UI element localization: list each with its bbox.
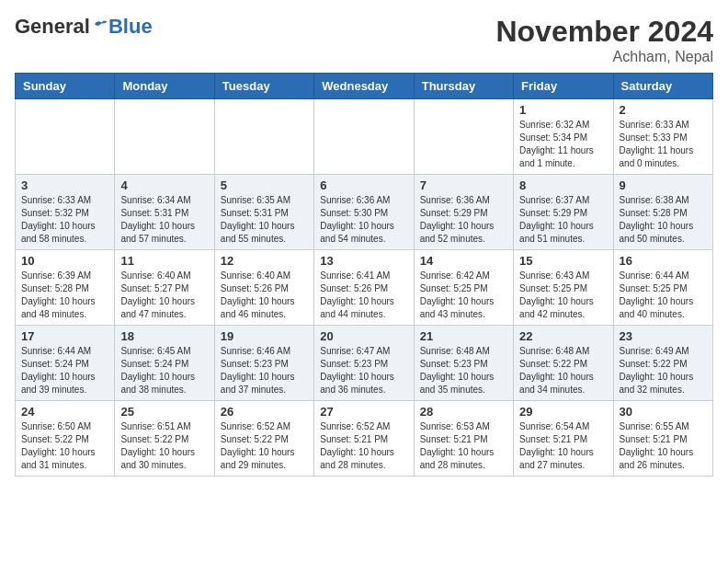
calendar-cell: 28Sunrise: 6:53 AM Sunset: 5:21 PM Dayli… <box>414 401 513 477</box>
day-info: Sunrise: 6:44 AM Sunset: 5:25 PM Dayligh… <box>620 270 707 321</box>
day-number: 13 <box>320 254 407 268</box>
day-number: 15 <box>519 254 607 268</box>
day-info: Sunrise: 6:40 AM Sunset: 5:26 PM Dayligh… <box>221 270 308 321</box>
day-header-sunday: Sunday <box>16 74 115 99</box>
day-number: 25 <box>120 405 208 419</box>
week-row-4: 17Sunrise: 6:44 AM Sunset: 5:24 PM Dayli… <box>16 326 713 401</box>
day-info: Sunrise: 6:33 AM Sunset: 5:32 PM Dayligh… <box>21 194 108 246</box>
calendar-header-row: SundayMondayTuesdayWednesdayThursdayFrid… <box>16 74 713 99</box>
calendar-cell <box>314 99 414 175</box>
calendar-cell: 22Sunrise: 6:48 AM Sunset: 5:22 PM Dayli… <box>514 326 613 401</box>
page-header: General Blue November 2024 Achham, Nepal <box>15 15 713 65</box>
day-info: Sunrise: 6:51 AM Sunset: 5:22 PM Dayligh… <box>120 420 208 472</box>
day-number: 26 <box>221 405 308 419</box>
calendar-cell <box>16 99 115 175</box>
day-number: 11 <box>120 254 208 268</box>
day-info: Sunrise: 6:48 AM Sunset: 5:22 PM Dayligh… <box>519 345 607 396</box>
day-info: Sunrise: 6:48 AM Sunset: 5:23 PM Dayligh… <box>420 345 507 396</box>
logo-bird-icon <box>92 18 108 35</box>
day-number: 12 <box>221 254 308 268</box>
day-header-thursday: Thursday <box>414 74 513 99</box>
day-info: Sunrise: 6:54 AM Sunset: 5:21 PM Dayligh… <box>519 420 607 472</box>
calendar-cell: 14Sunrise: 6:42 AM Sunset: 5:25 PM Dayli… <box>414 250 513 326</box>
calendar-cell <box>414 99 513 175</box>
day-number: 22 <box>519 329 607 343</box>
week-row-2: 3Sunrise: 6:33 AM Sunset: 5:32 PM Daylig… <box>16 175 713 250</box>
day-header-monday: Monday <box>115 74 214 99</box>
day-number: 7 <box>420 178 507 192</box>
day-info: Sunrise: 6:43 AM Sunset: 5:25 PM Dayligh… <box>519 270 607 321</box>
calendar-cell: 3Sunrise: 6:33 AM Sunset: 5:32 PM Daylig… <box>16 175 115 250</box>
day-info: Sunrise: 6:55 AM Sunset: 5:21 PM Dayligh… <box>620 420 707 472</box>
day-number: 19 <box>221 329 308 343</box>
day-info: Sunrise: 6:37 AM Sunset: 5:29 PM Dayligh… <box>519 194 607 246</box>
week-row-1: 1Sunrise: 6:32 AM Sunset: 5:34 PM Daylig… <box>16 99 713 175</box>
day-number: 2 <box>620 103 707 117</box>
day-number: 20 <box>320 329 407 343</box>
calendar-cell: 6Sunrise: 6:36 AM Sunset: 5:30 PM Daylig… <box>314 175 414 250</box>
day-number: 18 <box>120 329 208 343</box>
calendar-cell: 12Sunrise: 6:40 AM Sunset: 5:26 PM Dayli… <box>214 250 313 326</box>
calendar-cell <box>214 99 313 175</box>
day-info: Sunrise: 6:53 AM Sunset: 5:21 PM Dayligh… <box>420 420 507 472</box>
calendar-cell: 17Sunrise: 6:44 AM Sunset: 5:24 PM Dayli… <box>16 326 115 401</box>
day-info: Sunrise: 6:35 AM Sunset: 5:31 PM Dayligh… <box>221 194 308 246</box>
calendar-cell: 26Sunrise: 6:52 AM Sunset: 5:22 PM Dayli… <box>214 401 313 477</box>
day-info: Sunrise: 6:52 AM Sunset: 5:21 PM Dayligh… <box>320 420 407 472</box>
calendar-cell: 24Sunrise: 6:50 AM Sunset: 5:22 PM Dayli… <box>16 401 115 477</box>
day-number: 17 <box>21 329 108 343</box>
day-number: 28 <box>420 405 507 419</box>
day-number: 29 <box>519 405 607 419</box>
day-info: Sunrise: 6:39 AM Sunset: 5:28 PM Dayligh… <box>21 270 108 321</box>
day-info: Sunrise: 6:32 AM Sunset: 5:34 PM Dayligh… <box>519 119 607 170</box>
day-info: Sunrise: 6:46 AM Sunset: 5:23 PM Dayligh… <box>221 345 308 396</box>
calendar-cell: 30Sunrise: 6:55 AM Sunset: 5:21 PM Dayli… <box>613 401 712 477</box>
calendar-cell: 29Sunrise: 6:54 AM Sunset: 5:21 PM Dayli… <box>514 401 613 477</box>
day-info: Sunrise: 6:47 AM Sunset: 5:23 PM Dayligh… <box>320 345 407 396</box>
day-info: Sunrise: 6:41 AM Sunset: 5:26 PM Dayligh… <box>320 270 407 321</box>
calendar-cell <box>115 99 214 175</box>
logo-blue: Blue <box>108 15 153 39</box>
week-row-5: 24Sunrise: 6:50 AM Sunset: 5:22 PM Dayli… <box>16 401 713 477</box>
day-number: 23 <box>620 329 707 343</box>
calendar-cell: 11Sunrise: 6:40 AM Sunset: 5:27 PM Dayli… <box>115 250 214 326</box>
calendar-cell: 21Sunrise: 6:48 AM Sunset: 5:23 PM Dayli… <box>414 326 513 401</box>
day-info: Sunrise: 6:33 AM Sunset: 5:33 PM Dayligh… <box>620 119 707 170</box>
day-header-wednesday: Wednesday <box>314 74 414 99</box>
day-info: Sunrise: 6:52 AM Sunset: 5:22 PM Dayligh… <box>221 420 308 472</box>
calendar-cell: 5Sunrise: 6:35 AM Sunset: 5:31 PM Daylig… <box>214 175 313 250</box>
day-number: 1 <box>519 103 607 117</box>
day-number: 21 <box>420 329 507 343</box>
day-info: Sunrise: 6:44 AM Sunset: 5:24 PM Dayligh… <box>21 345 108 396</box>
day-number: 30 <box>620 405 707 419</box>
calendar-cell: 13Sunrise: 6:41 AM Sunset: 5:26 PM Dayli… <box>314 250 414 326</box>
day-info: Sunrise: 6:40 AM Sunset: 5:27 PM Dayligh… <box>120 270 208 321</box>
day-info: Sunrise: 6:34 AM Sunset: 5:31 PM Dayligh… <box>120 194 208 246</box>
calendar-cell: 1Sunrise: 6:32 AM Sunset: 5:34 PM Daylig… <box>514 99 613 175</box>
day-info: Sunrise: 6:42 AM Sunset: 5:25 PM Dayligh… <box>420 270 507 321</box>
calendar-cell: 23Sunrise: 6:49 AM Sunset: 5:22 PM Dayli… <box>613 326 712 401</box>
day-info: Sunrise: 6:36 AM Sunset: 5:30 PM Dayligh… <box>320 194 407 246</box>
week-row-3: 10Sunrise: 6:39 AM Sunset: 5:28 PM Dayli… <box>16 250 713 326</box>
logo-general: General <box>15 15 90 39</box>
calendar-cell: 18Sunrise: 6:45 AM Sunset: 5:24 PM Dayli… <box>115 326 214 401</box>
day-info: Sunrise: 6:49 AM Sunset: 5:22 PM Dayligh… <box>620 345 707 396</box>
calendar-cell: 7Sunrise: 6:36 AM Sunset: 5:29 PM Daylig… <box>414 175 513 250</box>
day-header-friday: Friday <box>514 74 613 99</box>
calendar-cell: 25Sunrise: 6:51 AM Sunset: 5:22 PM Dayli… <box>115 401 214 477</box>
calendar-cell: 8Sunrise: 6:37 AM Sunset: 5:29 PM Daylig… <box>514 175 613 250</box>
month-title: November 2024 <box>495 15 713 49</box>
day-number: 16 <box>620 254 707 268</box>
day-number: 27 <box>320 405 407 419</box>
calendar-cell: 4Sunrise: 6:34 AM Sunset: 5:31 PM Daylig… <box>115 175 214 250</box>
day-number: 4 <box>120 178 208 192</box>
day-number: 8 <box>519 178 607 192</box>
day-info: Sunrise: 6:36 AM Sunset: 5:29 PM Dayligh… <box>420 194 507 246</box>
calendar-cell: 2Sunrise: 6:33 AM Sunset: 5:33 PM Daylig… <box>613 99 712 175</box>
calendar-cell: 27Sunrise: 6:52 AM Sunset: 5:21 PM Dayli… <box>314 401 414 477</box>
day-header-tuesday: Tuesday <box>214 74 313 99</box>
calendar-cell: 10Sunrise: 6:39 AM Sunset: 5:28 PM Dayli… <box>16 250 115 326</box>
day-number: 10 <box>21 254 108 268</box>
calendar-cell: 15Sunrise: 6:43 AM Sunset: 5:25 PM Dayli… <box>514 250 613 326</box>
day-info: Sunrise: 6:50 AM Sunset: 5:22 PM Dayligh… <box>21 420 108 472</box>
